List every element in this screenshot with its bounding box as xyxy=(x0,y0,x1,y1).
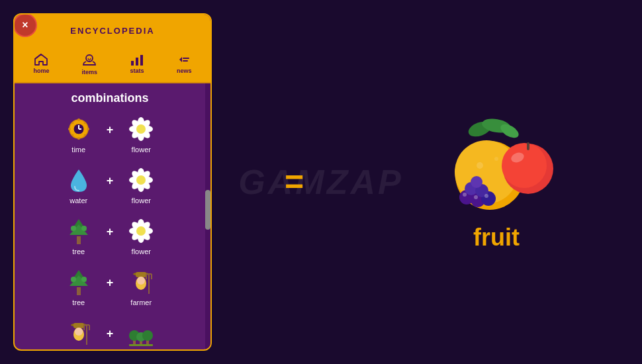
water-icon xyxy=(64,165,93,195)
time-label: time xyxy=(71,146,85,154)
svg-point-13 xyxy=(87,128,89,130)
time-icon xyxy=(64,114,93,144)
flower-label-2: flower xyxy=(132,197,151,205)
svg-point-26 xyxy=(136,124,146,134)
svg-rect-88 xyxy=(527,142,529,150)
svg-rect-1 xyxy=(131,61,134,66)
flower-label-3: flower xyxy=(132,248,151,255)
nav-news[interactable]: news xyxy=(173,52,196,77)
items-icon xyxy=(82,53,97,68)
svg-point-83 xyxy=(477,162,483,169)
svg-point-10 xyxy=(77,118,80,121)
nav-stats[interactable]: stats xyxy=(126,52,148,77)
combo-item-farmer-1: farmer xyxy=(120,267,162,306)
combo-item-farmer-2: farmer xyxy=(58,318,100,349)
fruit-label: fruit xyxy=(473,224,520,251)
home-icon xyxy=(34,53,48,66)
svg-rect-50 xyxy=(77,287,81,295)
stats-label: stats xyxy=(130,68,144,74)
flower-label-1: flower xyxy=(132,146,151,154)
water-label: water xyxy=(69,197,87,205)
home-label: home xyxy=(33,68,49,74)
scrollbar-thumb[interactable] xyxy=(205,190,210,230)
combo-item-flower-1: flower xyxy=(120,114,162,154)
svg-point-53 xyxy=(71,277,76,282)
plus-2: + xyxy=(107,174,114,188)
tree-icon-2 xyxy=(64,267,93,296)
plus-3: + xyxy=(107,225,114,239)
nav-home[interactable]: home xyxy=(29,52,53,77)
content-area: combinations xyxy=(15,83,210,349)
svg-rect-4 xyxy=(183,58,189,59)
svg-rect-64 xyxy=(73,323,84,328)
svg-point-16 xyxy=(71,134,73,136)
items-label: items xyxy=(81,69,97,75)
encyclopedia-panel: × ENCYCLOPEDIA home items xyxy=(13,13,212,351)
combo-item-tree-1: tree xyxy=(58,216,100,255)
combo-row-5: farmer + xyxy=(20,318,200,349)
combo-item-time: time xyxy=(58,114,100,154)
scrollbar-track xyxy=(205,83,210,349)
svg-point-95 xyxy=(463,193,467,197)
combo-row-2: water + xyxy=(20,165,200,205)
watermark: GAMZAP xyxy=(238,162,403,202)
panel-title: ENCYCLOPEDIA xyxy=(70,26,154,36)
svg-point-11 xyxy=(77,137,80,140)
farmer-icon-1 xyxy=(126,267,156,296)
close-icon: × xyxy=(22,19,28,31)
svg-rect-3 xyxy=(140,55,143,66)
combo-row-1: time + xyxy=(20,114,200,154)
section-title: combinations xyxy=(20,91,200,105)
tree-icon-1 xyxy=(64,216,93,246)
tree-label-2: tree xyxy=(72,298,85,306)
news-label: news xyxy=(177,68,192,74)
plus-1: + xyxy=(107,123,114,137)
svg-rect-56 xyxy=(136,272,146,277)
svg-point-76 xyxy=(142,330,153,341)
combo-item-flower-2: flower xyxy=(120,165,162,205)
panel-header: × ENCYCLOPEDIA xyxy=(15,15,210,46)
combo-item-flower-3: flower xyxy=(120,216,162,255)
svg-point-86 xyxy=(502,143,547,188)
nav-items[interactable]: items xyxy=(77,52,101,77)
stats-icon xyxy=(130,53,144,66)
svg-point-54 xyxy=(81,277,87,282)
svg-point-66 xyxy=(75,328,83,336)
svg-rect-77 xyxy=(129,344,153,346)
svg-rect-36 xyxy=(77,236,81,244)
svg-point-84 xyxy=(494,157,498,161)
tree-label-1: tree xyxy=(72,248,85,255)
svg-point-58 xyxy=(137,277,145,285)
svg-point-49 xyxy=(136,226,146,236)
orchard-icon xyxy=(126,318,156,347)
svg-point-96 xyxy=(474,195,478,199)
farmer-icon-2 xyxy=(64,318,93,347)
farmer-label-1: farmer xyxy=(130,298,152,306)
news-icon xyxy=(177,53,191,66)
combo-row-4: tree + xyxy=(20,267,200,306)
svg-point-39 xyxy=(71,226,76,231)
combo-row-3: tree + xyxy=(20,216,200,255)
equals-sign: = xyxy=(285,163,304,201)
svg-rect-2 xyxy=(136,58,138,66)
svg-rect-5 xyxy=(183,60,188,62)
plus-5: + xyxy=(107,327,114,341)
flower-icon-2 xyxy=(126,165,156,195)
scroll-content[interactable]: combinations xyxy=(15,83,205,349)
svg-point-40 xyxy=(81,226,87,231)
nav-bar: home items stats xyxy=(15,46,210,83)
flower-icon-3 xyxy=(126,216,156,246)
combo-item-orchard: orchard xyxy=(120,318,162,349)
flower-icon-1 xyxy=(126,114,156,144)
svg-point-15 xyxy=(83,122,85,124)
plus-4: + xyxy=(107,276,114,290)
combo-item-water: water xyxy=(58,165,100,205)
svg-point-94 xyxy=(471,176,482,188)
close-button[interactable]: × xyxy=(13,13,37,37)
svg-point-97 xyxy=(484,194,488,198)
svg-point-12 xyxy=(68,128,71,130)
svg-point-14 xyxy=(71,122,73,124)
svg-point-35 xyxy=(136,175,146,185)
fruit-image xyxy=(430,113,563,218)
svg-point-17 xyxy=(83,134,85,136)
